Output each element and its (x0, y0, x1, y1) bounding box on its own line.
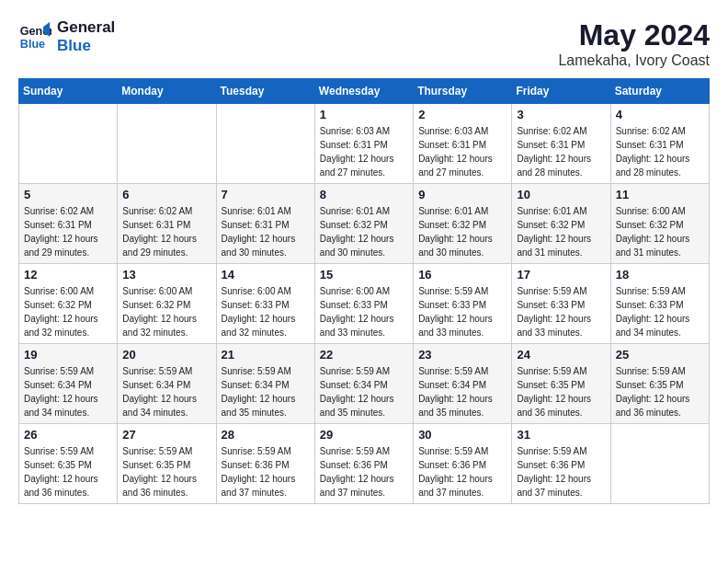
day-number: 14 (222, 268, 310, 282)
day-info: Sunrise: 6:02 AM Sunset: 6:31 PM Dayligh… (24, 204, 112, 259)
day-number: 4 (616, 108, 704, 121)
day-number: 16 (418, 268, 506, 282)
day-number: 3 (517, 108, 605, 121)
day-number: 17 (517, 268, 605, 282)
day-number: 27 (122, 428, 210, 442)
day-info: Sunrise: 5:59 AM Sunset: 6:35 PM Dayligh… (24, 444, 112, 500)
day-info: Sunrise: 6:01 AM Sunset: 6:32 PM Dayligh… (517, 204, 605, 259)
day-info: Sunrise: 5:59 AM Sunset: 6:36 PM Dayligh… (418, 444, 506, 500)
day-number: 7 (222, 188, 310, 201)
day-number: 12 (24, 268, 112, 282)
table-row: 31Sunrise: 5:59 AM Sunset: 6:36 PM Dayli… (512, 424, 610, 504)
day-info: Sunrise: 5:59 AM Sunset: 6:34 PM Dayligh… (418, 364, 506, 419)
table-row: 20Sunrise: 5:59 AM Sunset: 6:34 PM Dayli… (118, 344, 216, 424)
day-of-week-header: Monday (118, 79, 216, 104)
day-info: Sunrise: 6:00 AM Sunset: 6:32 PM Dayligh… (616, 204, 704, 259)
day-number: 9 (418, 188, 506, 201)
table-row: 10Sunrise: 6:01 AM Sunset: 6:32 PM Dayli… (512, 184, 610, 264)
table-row: 29Sunrise: 5:59 AM Sunset: 6:36 PM Dayli… (314, 424, 413, 504)
day-info: Sunrise: 6:02 AM Sunset: 6:31 PM Dayligh… (517, 124, 605, 179)
day-number: 1 (320, 108, 408, 121)
day-of-week-header: Sunday (19, 79, 118, 104)
day-number: 24 (517, 348, 605, 362)
table-row: 16Sunrise: 5:59 AM Sunset: 6:33 PM Dayli… (414, 264, 512, 344)
table-row: 26Sunrise: 5:59 AM Sunset: 6:35 PM Dayli… (19, 424, 118, 504)
day-number: 26 (24, 428, 112, 442)
day-info: Sunrise: 6:00 AM Sunset: 6:32 PM Dayligh… (24, 284, 112, 339)
table-row: 3Sunrise: 6:02 AM Sunset: 6:31 PM Daylig… (512, 104, 610, 184)
table-row: 19Sunrise: 5:59 AM Sunset: 6:34 PM Dayli… (19, 344, 118, 424)
table-row (216, 104, 314, 184)
day-info: Sunrise: 6:02 AM Sunset: 6:31 PM Dayligh… (616, 124, 704, 179)
day-number: 28 (222, 428, 310, 442)
day-info: Sunrise: 5:59 AM Sunset: 6:34 PM Dayligh… (222, 364, 310, 419)
page-header: General Blue General Blue May 2024 Lamek… (18, 18, 710, 69)
table-row: 21Sunrise: 5:59 AM Sunset: 6:34 PM Dayli… (216, 344, 314, 424)
logo-icon: General Blue (18, 20, 51, 53)
table-row: 28Sunrise: 5:59 AM Sunset: 6:36 PM Dayli… (216, 424, 314, 504)
table-row: 24Sunrise: 5:59 AM Sunset: 6:35 PM Dayli… (512, 344, 610, 424)
day-info: Sunrise: 6:02 AM Sunset: 6:31 PM Dayligh… (122, 204, 210, 259)
day-info: Sunrise: 6:03 AM Sunset: 6:31 PM Dayligh… (320, 124, 408, 179)
day-number: 13 (122, 268, 210, 282)
day-number: 2 (418, 108, 506, 121)
table-row: 25Sunrise: 5:59 AM Sunset: 6:35 PM Dayli… (610, 344, 709, 424)
day-info: Sunrise: 5:59 AM Sunset: 6:34 PM Dayligh… (122, 364, 210, 419)
day-info: Sunrise: 6:00 AM Sunset: 6:32 PM Dayligh… (122, 284, 210, 339)
logo-general: General (57, 18, 115, 37)
day-of-week-header: Wednesday (314, 79, 413, 104)
day-info: Sunrise: 5:59 AM Sunset: 6:35 PM Dayligh… (122, 444, 210, 500)
day-info: Sunrise: 5:59 AM Sunset: 6:33 PM Dayligh… (517, 284, 605, 339)
day-number: 6 (122, 188, 210, 201)
day-info: Sunrise: 5:59 AM Sunset: 6:34 PM Dayligh… (320, 364, 408, 419)
day-of-week-header: Friday (512, 79, 610, 104)
day-of-week-header: Saturday (610, 79, 709, 104)
calendar-table: SundayMondayTuesdayWednesdayThursdayFrid… (18, 78, 710, 504)
day-number: 22 (320, 348, 408, 362)
table-row: 7Sunrise: 6:01 AM Sunset: 6:31 PM Daylig… (216, 184, 314, 264)
table-row: 27Sunrise: 5:59 AM Sunset: 6:35 PM Dayli… (118, 424, 216, 504)
logo: General Blue General Blue (18, 18, 115, 56)
table-row: 30Sunrise: 5:59 AM Sunset: 6:36 PM Dayli… (414, 424, 512, 504)
svg-text:Blue: Blue (20, 38, 45, 51)
table-row: 13Sunrise: 6:00 AM Sunset: 6:32 PM Dayli… (118, 264, 216, 344)
day-number: 30 (418, 428, 506, 442)
day-info: Sunrise: 5:59 AM Sunset: 6:36 PM Dayligh… (320, 444, 408, 500)
day-info: Sunrise: 5:59 AM Sunset: 6:34 PM Dayligh… (24, 364, 112, 419)
day-number: 19 (24, 348, 112, 362)
day-of-week-header: Tuesday (216, 79, 314, 104)
table-row: 9Sunrise: 6:01 AM Sunset: 6:32 PM Daylig… (414, 184, 512, 264)
table-row: 11Sunrise: 6:00 AM Sunset: 6:32 PM Dayli… (610, 184, 709, 264)
day-of-week-header: Thursday (414, 79, 512, 104)
day-number: 29 (320, 428, 408, 442)
title-block: May 2024 Lamekaha, Ivory Coast (558, 18, 710, 69)
table-row: 5Sunrise: 6:02 AM Sunset: 6:31 PM Daylig… (19, 184, 118, 264)
day-info: Sunrise: 5:59 AM Sunset: 6:36 PM Dayligh… (222, 444, 310, 500)
day-number: 21 (222, 348, 310, 362)
calendar-week-row: 26Sunrise: 5:59 AM Sunset: 6:35 PM Dayli… (19, 424, 710, 504)
table-row: 22Sunrise: 5:59 AM Sunset: 6:34 PM Dayli… (314, 344, 413, 424)
day-info: Sunrise: 5:59 AM Sunset: 6:33 PM Dayligh… (616, 284, 704, 339)
table-row (610, 424, 709, 504)
table-row (19, 104, 118, 184)
table-row: 18Sunrise: 5:59 AM Sunset: 6:33 PM Dayli… (610, 264, 709, 344)
day-number: 25 (616, 348, 704, 362)
day-info: Sunrise: 6:01 AM Sunset: 6:31 PM Dayligh… (222, 204, 310, 259)
calendar-header-row: SundayMondayTuesdayWednesdayThursdayFrid… (19, 79, 710, 104)
day-info: Sunrise: 5:59 AM Sunset: 6:35 PM Dayligh… (616, 364, 704, 419)
day-info: Sunrise: 6:00 AM Sunset: 6:33 PM Dayligh… (320, 284, 408, 339)
table-row: 17Sunrise: 5:59 AM Sunset: 6:33 PM Dayli… (512, 264, 610, 344)
day-number: 31 (517, 428, 605, 442)
day-number: 8 (320, 188, 408, 201)
day-number: 5 (24, 188, 112, 201)
day-info: Sunrise: 6:01 AM Sunset: 6:32 PM Dayligh… (320, 204, 408, 259)
day-info: Sunrise: 6:00 AM Sunset: 6:33 PM Dayligh… (222, 284, 310, 339)
day-info: Sunrise: 5:59 AM Sunset: 6:35 PM Dayligh… (517, 364, 605, 419)
table-row: 6Sunrise: 6:02 AM Sunset: 6:31 PM Daylig… (118, 184, 216, 264)
day-number: 20 (122, 348, 210, 362)
calendar-week-row: 19Sunrise: 5:59 AM Sunset: 6:34 PM Dayli… (19, 344, 710, 424)
location-subtitle: Lamekaha, Ivory Coast (558, 52, 710, 69)
table-row (118, 104, 216, 184)
calendar-week-row: 5Sunrise: 6:02 AM Sunset: 6:31 PM Daylig… (19, 184, 710, 264)
day-info: Sunrise: 6:03 AM Sunset: 6:31 PM Dayligh… (418, 124, 506, 179)
